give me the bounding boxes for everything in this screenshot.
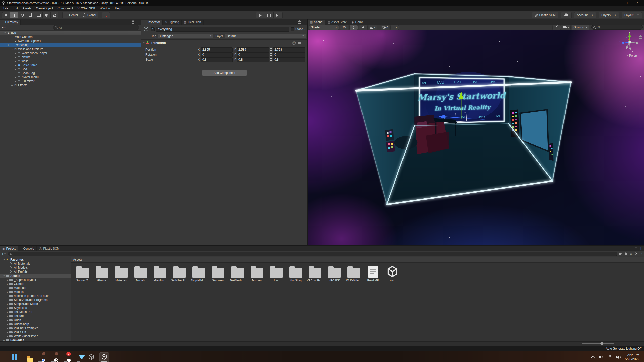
scene-audio-toggle[interactable] bbox=[359, 25, 368, 30]
menu-item[interactable]: File bbox=[1, 6, 10, 11]
kebab-menu-icon[interactable]: ⋮ bbox=[639, 247, 642, 250]
slider-handle[interactable] bbox=[600, 342, 603, 345]
hierarchy-row-main-camera[interactable]: Main Camera ⋮ bbox=[0, 35, 141, 39]
menu-item[interactable]: Assets bbox=[20, 6, 34, 11]
rect-tool[interactable] bbox=[34, 12, 42, 18]
project-tree-textures[interactable]: Textures bbox=[0, 314, 71, 318]
asset-udonsharp[interactable]: UdonSharp bbox=[286, 265, 305, 282]
hierarchy-row-vrcworld-spawn[interactable]: VRCWorld / Spawn ⋮ bbox=[0, 39, 141, 43]
presets-icon[interactable] bbox=[298, 42, 301, 44]
project-tree-serialized-udon[interactable]: SerializedUdonPrograms bbox=[0, 298, 71, 302]
asset-skyboxes[interactable]: Skyboxes bbox=[208, 265, 228, 282]
lock-icon[interactable] bbox=[132, 21, 134, 24]
z-value-field[interactable]: 0 bbox=[273, 52, 305, 57]
hierarchy-row-uvu[interactable]: uvu ⋮ bbox=[0, 31, 141, 35]
foldout-arrow-icon[interactable] bbox=[6, 311, 9, 313]
foldout-arrow-icon[interactable] bbox=[6, 279, 9, 281]
asset-textmesh-pro[interactable]: TextMesh ... bbox=[228, 265, 247, 282]
hand-tool[interactable] bbox=[2, 12, 10, 18]
asset-simple-udon-mirror[interactable]: SimpleUdo... bbox=[189, 265, 208, 282]
foldout-arrow-icon[interactable] bbox=[14, 52, 17, 54]
pause-button[interactable] bbox=[265, 12, 273, 18]
project-tree-wolfevideoplayer[interactable]: WolfeVideoPlayer bbox=[0, 334, 71, 338]
hierarchy-row-bed[interactable]: Bed ⋮ bbox=[0, 67, 141, 71]
scene-effects-dropdown[interactable]: ▼ bbox=[369, 25, 377, 30]
asset-vrcsdk[interactable]: VRCSDK bbox=[325, 265, 344, 282]
project-tree-all-prefabs[interactable]: All Prefabs bbox=[0, 270, 71, 274]
project-tree-materials[interactable]: Materials bbox=[0, 286, 71, 290]
foldout-arrow-icon[interactable] bbox=[14, 76, 17, 78]
foldout-arrow-icon[interactable] bbox=[14, 56, 17, 58]
play-button[interactable] bbox=[256, 12, 265, 18]
unity-editor[interactable] bbox=[99, 352, 109, 362]
menu-item[interactable]: Edit bbox=[10, 6, 20, 11]
kebab-menu-icon[interactable]: ⋮ bbox=[303, 41, 306, 45]
layout-dropdown[interactable]: Layout▼ bbox=[622, 12, 642, 18]
foldout-arrow-icon[interactable] bbox=[7, 44, 10, 46]
menu-item[interactable]: Window bbox=[97, 6, 113, 11]
plastic-scm-button[interactable]: Plastic SCM bbox=[532, 12, 558, 18]
x-value-field[interactable]: 2.855 bbox=[201, 47, 233, 52]
icon-size-slider[interactable] bbox=[582, 343, 614, 344]
project-tree-textmesh-pro[interactable]: TextMesh Pro bbox=[0, 310, 71, 314]
project-tree-udon[interactable]: Udon bbox=[0, 318, 71, 322]
rotation-space-button[interactable]: Global bbox=[80, 12, 98, 18]
foldout-arrow-icon[interactable] bbox=[6, 319, 9, 321]
foldout-arrow-icon[interactable] bbox=[4, 32, 7, 34]
pivot-mode-button[interactable]: Center bbox=[62, 12, 80, 18]
static-checkbox[interactable] bbox=[291, 27, 294, 31]
project-tree-udonsharp[interactable]: UdonSharp bbox=[0, 322, 71, 326]
foldout-arrow-icon[interactable] bbox=[6, 283, 9, 285]
start-button[interactable] bbox=[10, 352, 19, 362]
foldout-arrow-icon[interactable] bbox=[14, 80, 17, 82]
hidden-packages-toggle[interactable]: 13 bbox=[635, 252, 642, 256]
help-icon[interactable]: ? bbox=[292, 41, 296, 45]
project-tree-assets[interactable]: Assets bbox=[0, 274, 71, 278]
foldout-arrow-icon[interactable] bbox=[3, 339, 6, 341]
asset-gizmos[interactable]: Gizmos bbox=[92, 265, 111, 282]
hierarchy-row-picture[interactable]: picture ⋮ bbox=[0, 55, 141, 59]
project-search-input[interactable] bbox=[14, 252, 616, 256]
grid-snap-button[interactable] bbox=[102, 12, 110, 18]
project-tree-vrcsdk[interactable]: VRCSDK bbox=[0, 330, 71, 334]
foldout-arrow-icon[interactable] bbox=[6, 323, 9, 325]
hierarchy-row-basic-table[interactable]: Basic_table ⋮ bbox=[0, 63, 141, 67]
asset-reflection-probes[interactable]: reflection ... bbox=[150, 265, 170, 282]
foldout-arrow-icon[interactable] bbox=[6, 335, 9, 337]
custom-tool[interactable] bbox=[50, 12, 58, 18]
scene-search-input[interactable] bbox=[597, 26, 641, 29]
layers-dropdown[interactable]: Layers▼ bbox=[599, 12, 619, 18]
mail[interactable] bbox=[74, 352, 83, 362]
asset-read-me[interactable]: Read ME bbox=[363, 265, 383, 282]
active-checkbox[interactable] bbox=[151, 27, 155, 31]
project-tree-simple-udon-mirror[interactable]: SimpleUdonMirror bbox=[0, 302, 71, 306]
kebab-menu-icon[interactable]: ⋮ bbox=[303, 20, 306, 24]
foldout-arrow-icon[interactable] bbox=[6, 327, 9, 329]
kebab-menu-icon[interactable]: ⋮ bbox=[639, 20, 642, 24]
grid-visibility-dropdown[interactable]: ▼ bbox=[390, 25, 399, 30]
tray-chevron-up-icon[interactable] bbox=[591, 356, 595, 360]
tab-scene[interactable]: Scene bbox=[308, 20, 325, 25]
project-tree-models[interactable]: Models bbox=[0, 290, 71, 294]
maximize-button[interactable]: □ bbox=[623, 0, 633, 6]
lock-icon[interactable] bbox=[298, 21, 301, 24]
project-search[interactable] bbox=[8, 252, 617, 256]
wifi-icon[interactable] bbox=[607, 355, 612, 359]
2d-toggle-button[interactable]: 2D bbox=[340, 25, 348, 30]
tab-plastic-scm[interactable]: Plastic SCM bbox=[37, 246, 62, 251]
component-tools-button[interactable] bbox=[552, 25, 561, 30]
asset-sopras-toybox[interactable]: _Sopra's T... bbox=[73, 265, 92, 282]
scene-viewport[interactable]: UVUUVU UVUUVU UVU UVUUVU UVUUVU UVU Mars… bbox=[308, 30, 644, 245]
asset-udon[interactable]: Udon bbox=[266, 265, 286, 282]
tab-occlusion[interactable]: Occlusion bbox=[182, 20, 204, 25]
asset-materials[interactable]: Materials bbox=[111, 265, 131, 282]
foldout-arrow-icon[interactable] bbox=[14, 68, 17, 70]
hierarchy-row-effects[interactable]: Effects ⋮ bbox=[0, 83, 141, 87]
kebab-menu-icon[interactable]: ⋮ bbox=[136, 20, 139, 24]
project-tree-vrchat-examples[interactable]: VRChat Examples bbox=[0, 326, 71, 330]
unity-hub[interactable] bbox=[87, 352, 96, 362]
project-tree-reflection-probes[interactable]: reflection probes and such bbox=[0, 294, 71, 298]
foldout-arrow-icon[interactable] bbox=[14, 60, 17, 62]
asset-wolfevideoplayer[interactable]: WolfeVide... bbox=[344, 265, 363, 282]
cloud-services-button[interactable] bbox=[561, 12, 572, 18]
